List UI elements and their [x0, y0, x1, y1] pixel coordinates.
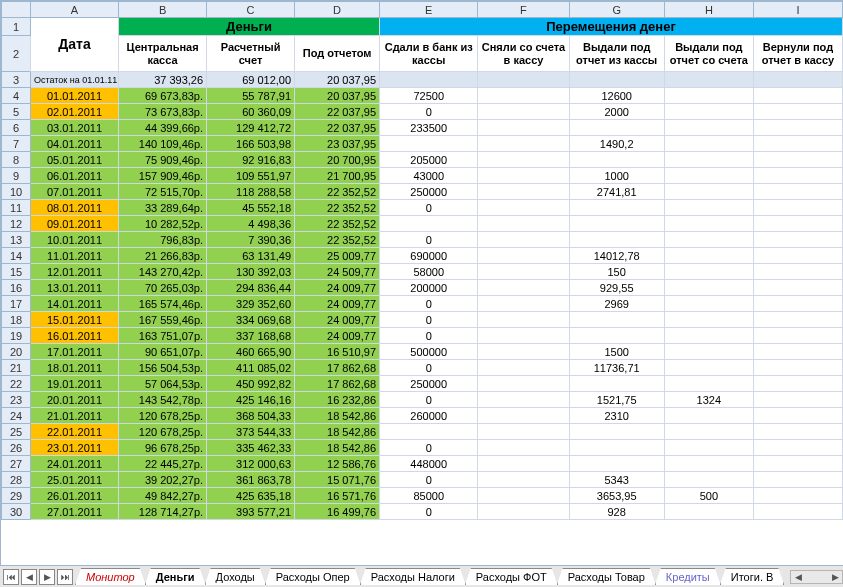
col-label[interactable]: Центральная касса [119, 36, 207, 72]
cell[interactable] [753, 296, 842, 312]
cell[interactable]: 165 574,46р. [119, 296, 207, 312]
cell[interactable]: 0 [380, 360, 478, 376]
cell[interactable]: 163 751,07р. [119, 328, 207, 344]
sheet-tab[interactable]: Расходы Налоги [360, 568, 466, 585]
cell[interactable] [478, 280, 569, 296]
cell[interactable]: 22 037,95 [295, 104, 380, 120]
cell[interactable]: 150 [569, 264, 664, 280]
row-header[interactable]: 30 [2, 504, 31, 520]
cell[interactable] [380, 72, 478, 88]
cell[interactable]: 5343 [569, 472, 664, 488]
cell[interactable]: 22 352,52 [295, 232, 380, 248]
cell[interactable]: 26.01.2011 [31, 488, 119, 504]
cell[interactable] [478, 264, 569, 280]
cell[interactable] [753, 168, 842, 184]
row-header[interactable]: 22 [2, 376, 31, 392]
cell[interactable]: 140 109,46р. [119, 136, 207, 152]
cell[interactable] [664, 136, 753, 152]
cell[interactable]: 128 714,27р. [119, 504, 207, 520]
cell[interactable]: 72500 [380, 88, 478, 104]
cell[interactable]: 13.01.2011 [31, 280, 119, 296]
cell[interactable]: 10 282,52р. [119, 216, 207, 232]
cell[interactable] [753, 232, 842, 248]
cell[interactable] [664, 376, 753, 392]
cell[interactable] [478, 232, 569, 248]
row-header[interactable]: 20 [2, 344, 31, 360]
cell[interactable]: 24 009,77 [295, 280, 380, 296]
cell[interactable] [664, 88, 753, 104]
row-header[interactable]: 5 [2, 104, 31, 120]
cell[interactable] [664, 232, 753, 248]
cell[interactable]: 460 665,90 [207, 344, 295, 360]
cell[interactable] [478, 200, 569, 216]
cell[interactable]: 120 678,25р. [119, 408, 207, 424]
cell[interactable]: 2969 [569, 296, 664, 312]
cell[interactable] [478, 392, 569, 408]
cell[interactable]: 22 352,52 [295, 216, 380, 232]
cell[interactable]: 312 000,63 [207, 456, 295, 472]
cell[interactable]: 75 909,46р. [119, 152, 207, 168]
cell[interactable]: 33 289,64р. [119, 200, 207, 216]
cell[interactable] [753, 184, 842, 200]
row-header[interactable]: 10 [2, 184, 31, 200]
cell[interactable] [478, 472, 569, 488]
cell[interactable]: 18 542,86 [295, 408, 380, 424]
cell[interactable] [664, 152, 753, 168]
cell[interactable]: 448000 [380, 456, 478, 472]
cell[interactable]: 23.01.2011 [31, 440, 119, 456]
cell[interactable]: 425 146,16 [207, 392, 295, 408]
cell[interactable]: 22 352,52 [295, 184, 380, 200]
cell[interactable]: 12600 [569, 88, 664, 104]
cell[interactable]: 7 390,36 [207, 232, 295, 248]
cell[interactable] [478, 184, 569, 200]
cell[interactable]: 0 [380, 328, 478, 344]
row-header[interactable]: 2 [2, 36, 31, 72]
cell[interactable]: 02.01.2011 [31, 104, 119, 120]
date-header[interactable]: Дата [31, 18, 119, 72]
cell[interactable] [569, 232, 664, 248]
cell[interactable]: 411 085,02 [207, 360, 295, 376]
money-group-header[interactable]: Деньги [119, 18, 380, 36]
cell[interactable]: 73 673,83р. [119, 104, 207, 120]
move-group-header[interactable]: Перемещения денег [380, 18, 843, 36]
cell[interactable] [478, 72, 569, 88]
cell[interactable]: 130 392,03 [207, 264, 295, 280]
col-header[interactable]: H [664, 2, 753, 18]
cell[interactable] [664, 296, 753, 312]
cell[interactable] [753, 488, 842, 504]
cell[interactable] [569, 312, 664, 328]
cell[interactable] [753, 312, 842, 328]
cell[interactable]: 20 700,95 [295, 152, 380, 168]
cell[interactable]: 1521,75 [569, 392, 664, 408]
cell[interactable]: 69 012,00 [207, 72, 295, 88]
cell[interactable]: 118 288,58 [207, 184, 295, 200]
cell[interactable]: 373 544,33 [207, 424, 295, 440]
tab-nav-next[interactable]: ▶ [39, 569, 55, 585]
cell[interactable] [664, 456, 753, 472]
cell[interactable] [478, 344, 569, 360]
cell[interactable] [569, 152, 664, 168]
row-header[interactable]: 16 [2, 280, 31, 296]
cell[interactable]: 156 504,53р. [119, 360, 207, 376]
cell[interactable]: 4 498,36 [207, 216, 295, 232]
cell[interactable] [753, 104, 842, 120]
col-label[interactable]: Выдали под отчет из кассы [569, 36, 664, 72]
sheet-tab[interactable]: Деньги [145, 568, 206, 585]
cell[interactable] [753, 264, 842, 280]
cell[interactable] [753, 152, 842, 168]
cell[interactable] [664, 216, 753, 232]
cell[interactable]: 250000 [380, 184, 478, 200]
cell[interactable] [664, 344, 753, 360]
col-header[interactable]: E [380, 2, 478, 18]
cell[interactable]: 368 504,33 [207, 408, 295, 424]
sheet-tab[interactable]: Расходы ФОТ [465, 568, 558, 585]
cell[interactable]: 335 462,33 [207, 440, 295, 456]
col-label[interactable]: Расчетный счет [207, 36, 295, 72]
cell[interactable]: 24 009,77 [295, 296, 380, 312]
cell[interactable]: 1324 [664, 392, 753, 408]
cell[interactable]: 690000 [380, 248, 478, 264]
cell[interactable]: 55 787,91 [207, 88, 295, 104]
cell[interactable]: 928 [569, 504, 664, 520]
cell[interactable]: 166 503,98 [207, 136, 295, 152]
cell[interactable] [753, 408, 842, 424]
